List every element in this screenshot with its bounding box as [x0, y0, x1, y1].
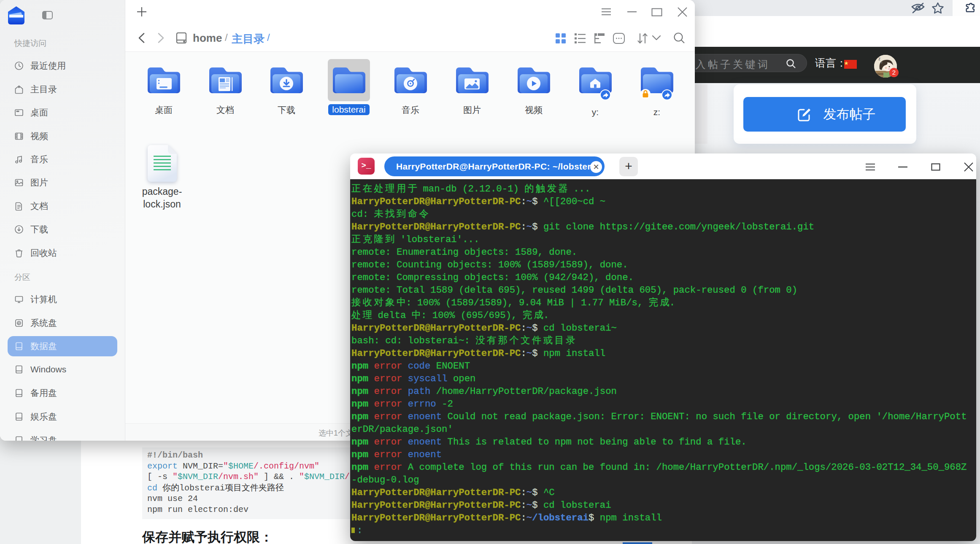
svg-text:z: z	[878, 57, 880, 61]
svg-text:z: z	[881, 60, 883, 64]
